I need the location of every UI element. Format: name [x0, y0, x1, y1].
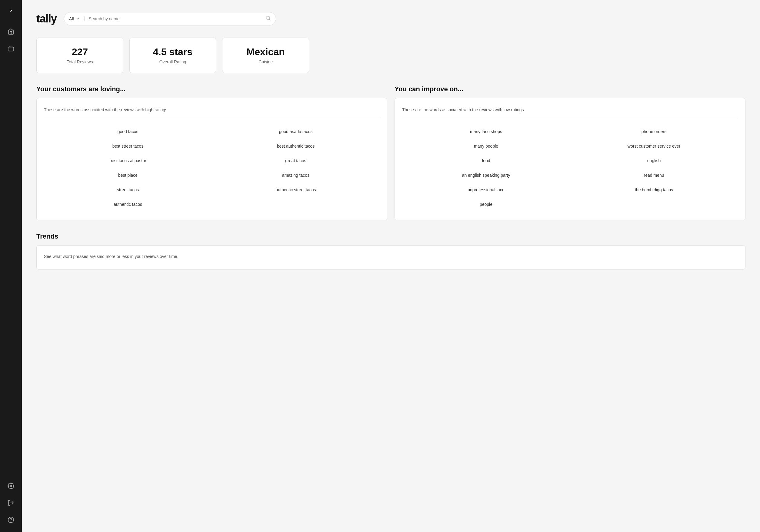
stat-value-cuisine: Mexican — [230, 46, 302, 58]
header: tally All — [36, 12, 745, 25]
keyword-item: read menu — [570, 168, 738, 182]
improve-section-card: These are the words associated with the … — [395, 98, 745, 220]
keyword-item: good tacos — [44, 124, 212, 139]
chevron-down-icon — [76, 17, 80, 21]
keyword-item: authentic tacos — [44, 197, 212, 212]
sidebar: > — [0, 0, 22, 532]
svg-point-1 — [10, 485, 12, 487]
search-filter-dropdown[interactable]: All — [69, 16, 84, 21]
stat-card-reviews: 227 Total Reviews — [36, 38, 123, 73]
loving-section: Your customers are loving... These are t… — [36, 85, 387, 220]
svg-rect-0 — [8, 47, 14, 51]
loving-section-divider — [44, 118, 380, 118]
improve-section: You can improve on... These are the word… — [395, 85, 745, 220]
improve-keywords-grid: many taco shops phone orders many people… — [402, 124, 738, 212]
trends-description: See what word phrases are said more or l… — [44, 254, 738, 259]
keyword-item: best place — [44, 168, 212, 182]
keyword-item: many taco shops — [402, 124, 570, 139]
improve-section-description: These are the words associated with the … — [402, 107, 738, 113]
keyword-item: english — [570, 153, 738, 168]
keyword-item: the bomb digg tacos — [570, 182, 738, 197]
keyword-item: people — [402, 197, 570, 212]
stat-label-cuisine: Cuisine — [230, 59, 302, 64]
stat-label-rating: Overall Rating — [137, 59, 209, 64]
loving-section-card: These are the words associated with the … — [36, 98, 387, 220]
bag-icon[interactable] — [5, 42, 17, 55]
keyword-item: good asada tacos — [212, 124, 380, 139]
loving-section-description: These are the words associated with the … — [44, 107, 380, 113]
svg-line-6 — [269, 19, 270, 20]
keyword-item: worst customer service ever — [570, 139, 738, 153]
trends-section-title: Trends — [36, 232, 745, 240]
app-title: tally — [36, 13, 57, 25]
keyword-item: phone orders — [570, 124, 738, 139]
stat-label-reviews: Total Reviews — [44, 59, 116, 64]
search-input[interactable] — [89, 16, 265, 21]
keyword-item: unprofessional taco — [402, 182, 570, 197]
keyword-item: street tacos — [44, 182, 212, 197]
keyword-item — [212, 197, 380, 212]
improve-section-title: You can improve on... — [395, 85, 745, 93]
keyword-item: best tacos al pastor — [44, 153, 212, 168]
sidebar-toggle[interactable]: > — [5, 5, 17, 17]
loving-keywords-grid: good tacos good asada tacos best street … — [44, 124, 380, 212]
keyword-item — [570, 197, 738, 212]
stat-value-rating: 4.5 stars — [137, 46, 209, 58]
settings-icon[interactable] — [5, 480, 17, 492]
logout-icon[interactable] — [5, 497, 17, 509]
trends-section: Trends See what word phrases are said mo… — [36, 232, 745, 269]
search-icon[interactable] — [265, 16, 271, 22]
keyword-item: authentic street tacos — [212, 182, 380, 197]
loving-section-title: Your customers are loving... — [36, 85, 387, 93]
stats-row: 227 Total Reviews 4.5 stars Overall Rati… — [36, 38, 309, 73]
filter-label: All — [69, 16, 74, 21]
keyword-item: an english speaking party — [402, 168, 570, 182]
home-icon[interactable] — [5, 25, 17, 38]
main-content: tally All 227 Total Reviews 4.5 st — [22, 0, 760, 532]
help-icon[interactable] — [5, 514, 17, 526]
stat-card-rating: 4.5 stars Overall Rating — [129, 38, 216, 73]
improve-section-divider — [402, 118, 738, 118]
keyword-item: great tacos — [212, 153, 380, 168]
keyword-item: amazing tacos — [212, 168, 380, 182]
search-bar: All — [64, 12, 276, 25]
sections-row: Your customers are loving... These are t… — [36, 85, 745, 220]
keyword-item: best street tacos — [44, 139, 212, 153]
stat-value-reviews: 227 — [44, 46, 116, 58]
keyword-item: many people — [402, 139, 570, 153]
keyword-item: food — [402, 153, 570, 168]
keyword-item: best authentic tacos — [212, 139, 380, 153]
stat-card-cuisine: Mexican Cuisine — [222, 38, 309, 73]
trends-card: See what word phrases are said more or l… — [36, 245, 745, 269]
